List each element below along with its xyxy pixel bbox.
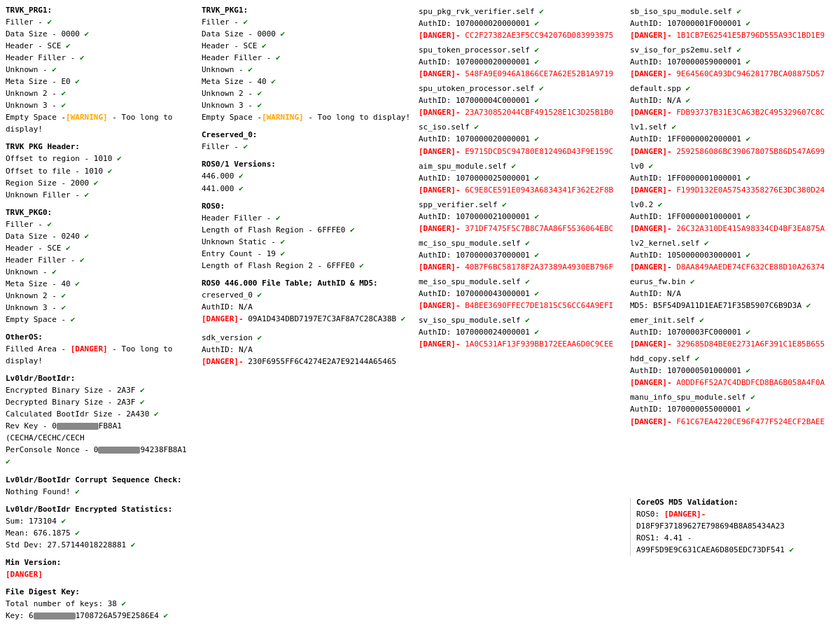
check-icon: ✔ — [122, 599, 127, 608]
check-icon: ✔ — [704, 239, 709, 248]
sdk-danger: [DANGER]- 230F6955FF6C4274E2A7E92144A654… — [202, 356, 412, 368]
check-icon: ✔ — [164, 611, 169, 620]
warning-tag: [WARNING] — [66, 113, 108, 122]
coreos-section: CoreOS MD5 Validation: ROS0: [DANGER]- D… — [630, 498, 834, 556]
ros01-441: 441.000 ✔ — [202, 183, 412, 195]
creserved-title: Creserved_0: — [202, 130, 412, 139]
danger-tag: [DANGER]- — [419, 224, 461, 233]
danger-tag: [DANGER] — [6, 570, 43, 579]
check-icon: ✔ — [66, 41, 71, 50]
check-icon: ✔ — [244, 142, 248, 151]
check-icon: ✔ — [539, 84, 544, 93]
self-name: eurus_fw.bin ✔ — [630, 276, 834, 288]
ros0-entrycount: Entry Count - 19 ✔ — [202, 248, 412, 260]
self-item-sb-iso: sb_iso_spu_module.self ✔ AuthID: 1070000… — [630, 6, 834, 41]
danger-tag: [DANGER]- — [630, 224, 672, 233]
danger-tag: [DANGER]- — [630, 186, 672, 195]
check-icon: ✔ — [276, 214, 281, 223]
check-icon: ✔ — [48, 220, 52, 229]
check-icon: ✔ — [511, 162, 516, 171]
check-icon: ✔ — [75, 279, 80, 288]
check-icon: ✔ — [239, 172, 244, 181]
check-icon: ✔ — [736, 7, 741, 16]
self-danger: [DANGER]- 9E64560CA93DC94628177BCA08875D… — [630, 68, 834, 80]
self-authid: AuthID: 1FF0000002000001 ✔ — [630, 133, 834, 145]
check-icon: ✔ — [699, 316, 704, 325]
self-authid: AuthID: 1070000020000001 ✔ — [419, 133, 623, 145]
self-name: spu_utoken_processor.self ✔ — [419, 83, 623, 94]
prg1-emptyspace: Empty Space -[WARNING] - Too long to dis… — [6, 111, 195, 135]
pkg1-datasize: Data Size - 0000 ✔ — [202, 28, 412, 40]
self-danger: [DANGER]- 548FA9E0946A1866CE7A62E52B1A97… — [419, 68, 623, 80]
pkg0-unknown3: Unknown 3 - ✔ — [6, 302, 195, 314]
check-icon: ✔ — [71, 315, 76, 324]
prg1-unknown3: Unknown 3 - ✔ — [6, 99, 195, 111]
prg1-header: Header - SCE ✔ — [6, 40, 195, 52]
self-name: me_iso_spu_module.self ✔ — [419, 276, 623, 288]
check-icon: ✔ — [281, 237, 286, 246]
pkghdr-offset-region: Offset to region - 1010 ✔ — [6, 153, 195, 164]
self-name: aim_spu_module.self ✔ — [419, 160, 623, 172]
check-icon: ✔ — [66, 244, 71, 253]
ros0-flashlen2: Length of Flash Region 2 - 6FFFE0 ✔ — [202, 260, 412, 272]
self-danger: [DANGER]- F199D132E0A57543358276E3DC380D… — [630, 184, 834, 196]
ros0file-md5: [DANGER]- 09A1D434DBD7197E7C3AF8A7C28CA3… — [202, 313, 412, 325]
lv0ldr-nonce: PerConsole Nonce - 0 94238FB8A1 ✔ — [6, 444, 195, 468]
check-icon: ✔ — [746, 212, 751, 221]
danger-tag: [DANGER]- — [419, 186, 461, 195]
pkg1-metasize: Meta Size - 40 ✔ — [202, 76, 412, 88]
redacted-key — [57, 423, 99, 430]
self-item-me-iso: me_iso_spu_module.self ✔ AuthID: 1070000… — [419, 276, 623, 312]
pkg1-emptyspace: Empty Space -[WARNING] - Too long to dis… — [202, 111, 412, 123]
self-name: mc_iso_spu_module.self ✔ — [419, 237, 623, 249]
ros01-section: ROS0/1 Versions: 446.000 ✔ 441.000 ✔ — [202, 160, 412, 194]
self-authid: AuthID: 1070000025000001 ✔ — [419, 172, 623, 184]
check-icon: ✔ — [271, 77, 276, 86]
check-icon: ✔ — [525, 277, 530, 286]
ros0file-title: ROS0 446.000 File Table; AuthID & MD5: — [202, 279, 412, 288]
check-icon: ✔ — [140, 398, 145, 407]
danger-tag: [DANGER]- — [419, 301, 461, 310]
check-icon: ✔ — [75, 487, 80, 496]
check-icon: ✔ — [75, 528, 80, 538]
pkg0-headerfiller: Header Filler - ✔ — [6, 254, 195, 266]
ros01-446: 446.000 ✔ — [202, 170, 412, 182]
column-4: sb_iso_spu_module.self ✔ AuthID: 1070000… — [630, 6, 834, 630]
redacted-key2 — [34, 612, 76, 620]
check-icon: ✔ — [80, 53, 85, 62]
warning-tag: [WARNING] — [262, 113, 304, 122]
check-icon: ✔ — [474, 122, 479, 132]
filedigest-total: Total number of keys: 38 ✔ — [6, 598, 195, 610]
otheros-section: OtherOS: Filled Area - [DANGER] - Too lo… — [6, 332, 195, 367]
column-3: spu_pkg_rvk_verifier.self ✔ AuthID: 1070… — [419, 6, 623, 630]
pkg1-unknown2: Unknown 2 - ✔ — [202, 88, 412, 99]
self-danger: [DANGER]- A0DDF6F52A7C4DBDFCD8BA6B058A4F… — [630, 377, 834, 388]
check-icon: ✔ — [746, 134, 751, 144]
self-item-lv0: lv0 ✔ AuthID: 1FF0000001000001 ✔ [DANGER… — [630, 160, 834, 196]
self-authid: AuthID: 10700003FC000001 ✔ — [630, 326, 834, 338]
trvk-prg1-section: TRVK_PRG1: Filler - ✔ Data Size - 0000 ✔… — [6, 6, 195, 135]
self-danger: [DANGER]- CC2F27382AE3F5CC942076D0839939… — [419, 29, 623, 41]
prg1-datasize: Data Size - 0000 ✔ — [6, 28, 195, 40]
check-icon: ✔ — [685, 84, 690, 93]
danger-tag: [DANGER]- — [630, 417, 672, 426]
ros0file-creserved: creserved_0 ✔ — [202, 289, 412, 301]
pkg1-header: Header - SCE ✔ — [202, 40, 412, 52]
check-icon: ✔ — [281, 29, 286, 38]
lv0ldr-title: Lv0ldr/BootIdr: — [6, 374, 195, 383]
check-icon: ✔ — [535, 134, 540, 144]
self-danger: [DANGER]- B4BEE3690FFEC7DE1815C56CC64A9E… — [419, 300, 623, 312]
encrypted-title: Lv0ldr/BootIdr Encrypted Statistics: — [6, 505, 195, 514]
ros0file-section: ROS0 446.000 File Table; AuthID & MD5: c… — [202, 279, 412, 325]
self-name: emer_init.self ✔ — [630, 314, 834, 326]
enc-stddev: Std Dev: 27.57144018228881 ✔ — [6, 539, 195, 551]
danger-tag: [DANGER]- — [630, 262, 672, 272]
check-icon: ✔ — [535, 19, 540, 28]
check-icon: ✔ — [535, 212, 540, 221]
check-icon: ✔ — [359, 261, 364, 270]
self-name: lv0 ✔ — [630, 160, 834, 172]
check-icon: ✔ — [746, 174, 751, 183]
lv0ldr-calc-size: Calculated BootIdr Size - 2A430 ✔ — [6, 408, 195, 420]
lv0ldr-revkey: Rev Key - 0 FB8A1 (CECHA/CECHC/CECH — [6, 420, 195, 444]
prg1-filler: Filler - ✔ — [6, 16, 195, 28]
